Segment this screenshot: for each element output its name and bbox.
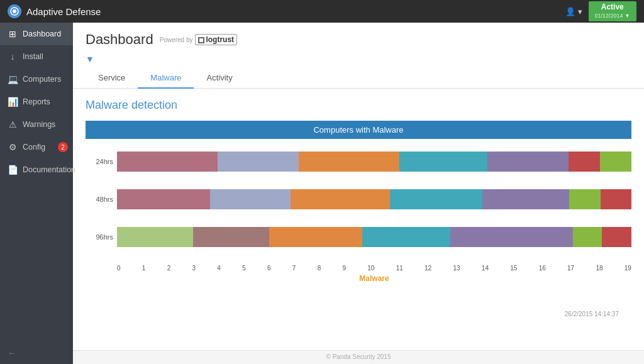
x-axis-labels: 012345678910111213141516171819 (117, 265, 631, 272)
filter-bar: ▼ (73, 52, 644, 68)
bar-segment (390, 189, 483, 209)
bar-segment (573, 227, 602, 247)
sidebar-item-documentation[interactable]: 📄 Documentation (0, 158, 73, 181)
powered-by: Powered by logtrust (160, 34, 237, 45)
bar-segments (117, 189, 631, 209)
powered-by-label: Powered by (160, 36, 193, 43)
bar-row-label: 96hrs (86, 233, 113, 241)
content-header: Dashboard Powered by logtrust (73, 23, 644, 52)
bar-segment (117, 227, 193, 247)
sidebar-label-computers: Computers (23, 75, 61, 84)
tabs: Service Malware Activity (73, 68, 644, 89)
bar-segment (291, 189, 390, 209)
main-layout: ⊞ Dashboard ↓ Install 💻 Computers 📊 Repo… (0, 23, 644, 364)
x-axis-label: 15 (510, 265, 517, 272)
bar-segment (299, 152, 399, 172)
content-area: Dashboard Powered by logtrust ▼ Service … (73, 23, 644, 364)
computers-icon: 💻 (8, 74, 18, 84)
bar-row: 48hrs (117, 189, 631, 209)
sidebar-label-dashboard: Dashboard (23, 30, 61, 38)
x-axis-label: 0 (117, 265, 121, 272)
x-axis: 012345678910111213141516171819Malware (117, 265, 631, 283)
bar-segment (487, 152, 569, 172)
x-axis-label: 18 (596, 265, 602, 272)
config-icon: ⚙ (8, 142, 18, 152)
bar-segment (450, 227, 573, 247)
bar-segment (117, 189, 210, 209)
app-name: Adaptive Defense (26, 6, 101, 17)
x-axis-label: 5 (242, 265, 246, 272)
x-axis-label: 6 (267, 265, 271, 272)
tab-activity[interactable]: Activity (194, 68, 245, 89)
page-footer: © Panda Security 2015 (73, 350, 644, 364)
user-chevron: ▾ (578, 7, 582, 16)
logo-icon (8, 4, 21, 18)
logtrust-logo: logtrust (195, 34, 237, 45)
app-logo: Adaptive Defense (8, 4, 101, 18)
x-axis-label: 13 (453, 265, 460, 272)
active-date: 01/12/2014 ▼ (595, 13, 630, 20)
bar-segments (117, 227, 631, 247)
bar-segment (117, 152, 218, 172)
x-axis-label: 17 (567, 265, 574, 272)
x-axis-title: Malware (117, 274, 631, 283)
bar-segment (569, 189, 600, 209)
sidebar-item-reports[interactable]: 📊 Reports (0, 91, 73, 113)
svg-rect-2 (199, 38, 204, 43)
x-axis-label: 10 (367, 265, 374, 272)
x-axis-label: 9 (342, 265, 346, 272)
x-axis-label: 8 (318, 265, 321, 272)
bar-segments (117, 152, 631, 172)
x-axis-label: 12 (425, 265, 431, 272)
bar-segment (362, 227, 450, 247)
x-axis-label: 7 (292, 265, 296, 272)
user-menu[interactable]: 👤 ▾ (565, 7, 582, 16)
chart-header-bar: Computers with Malware (86, 121, 631, 139)
sidebar-label-install: Install (23, 52, 43, 61)
sidebar-item-install[interactable]: ↓ Install (0, 45, 73, 68)
bar-segment (210, 189, 291, 209)
svg-point-1 (13, 9, 16, 13)
user-icon: 👤 (565, 7, 575, 16)
bar-row-label: 48hrs (86, 196, 113, 203)
malware-section: Malware detection (73, 89, 644, 121)
x-axis-label: 3 (192, 265, 196, 272)
back-icon: ← (8, 348, 16, 358)
sidebar-back[interactable]: ← (0, 342, 73, 364)
x-axis-label: 19 (625, 265, 631, 272)
bar-segment (218, 152, 299, 172)
documentation-icon: 📄 (8, 165, 18, 175)
tab-service[interactable]: Service (86, 68, 138, 89)
x-axis-label: 1 (142, 265, 146, 272)
x-axis-label: 14 (482, 265, 489, 272)
active-badge: Active 01/12/2014 ▼ (589, 1, 636, 21)
chart-container: Computers with Malware 24hrs48hrs96hrs01… (73, 121, 644, 350)
x-axis-label: 2 (167, 265, 171, 272)
x-axis-label: 16 (539, 265, 546, 272)
topbar: Adaptive Defense 👤 ▾ Active 01/12/2014 ▼ (0, 0, 644, 23)
x-axis-label: 11 (396, 265, 403, 272)
reports-icon: 📊 (8, 97, 18, 107)
bar-segment (269, 227, 363, 247)
filter-icon[interactable]: ▼ (86, 54, 94, 64)
chart-timestamp: 26/2/2015 14:14:37 (86, 308, 631, 320)
warnings-icon: ⚠ (8, 119, 18, 130)
dashboard-icon: ⊞ (8, 29, 18, 39)
sidebar-item-warnings[interactable]: ⚠ Warnings (0, 113, 73, 136)
tab-malware[interactable]: Malware (138, 68, 194, 89)
bar-segment (602, 227, 631, 247)
topbar-right: 👤 ▾ Active 01/12/2014 ▼ (565, 1, 636, 21)
bar-segment (601, 189, 631, 209)
bar-row: 24hrs (117, 152, 631, 172)
x-axis-label: 4 (217, 265, 221, 272)
bar-segment (482, 189, 569, 209)
config-badge: 2 (58, 142, 68, 152)
bar-chart: 24hrs48hrs96hrs0123456789101112131415161… (86, 152, 631, 308)
page-title: Dashboard (86, 31, 153, 48)
sidebar-label-warnings: Warnings (23, 120, 55, 129)
sidebar-label-documentation: Documentation (23, 165, 75, 174)
sidebar-item-computers[interactable]: 💻 Computers (0, 68, 73, 91)
sidebar-item-config[interactable]: ⚙ Config 2 (0, 136, 73, 158)
sidebar-item-dashboard[interactable]: ⊞ Dashboard (0, 23, 73, 45)
sidebar: ⊞ Dashboard ↓ Install 💻 Computers 📊 Repo… (0, 23, 73, 364)
